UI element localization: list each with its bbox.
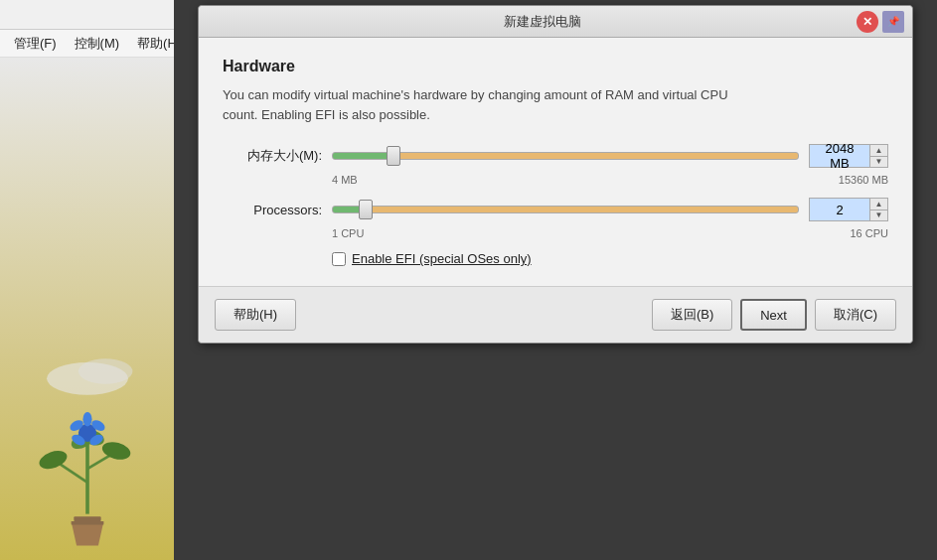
ram-value[interactable]: 2048 MB bbox=[810, 145, 869, 167]
sidebar-illustration bbox=[0, 58, 174, 560]
footer-right: 返回(B) Next 取消(C) bbox=[652, 299, 896, 331]
svg-marker-16 bbox=[71, 521, 103, 546]
ram-range-labels: 4 MB 15360 MB bbox=[332, 174, 888, 186]
menu-manage[interactable]: 管理(F) bbox=[6, 32, 65, 56]
ram-min-label: 4 MB bbox=[332, 174, 358, 186]
cpu-value[interactable]: 2 bbox=[810, 199, 869, 220]
efi-checkbox[interactable] bbox=[332, 252, 346, 266]
ram-decrement-button[interactable]: ▼ bbox=[869, 157, 887, 168]
efi-checkbox-row: Enable EFI (special OSes only) bbox=[332, 251, 888, 266]
cpu-spinbox[interactable]: 2 ▲ ▼ bbox=[809, 198, 888, 221]
plant-icon bbox=[28, 351, 147, 550]
dialog-footer: 帮助(H) 返回(B) Next 取消(C) bbox=[199, 286, 912, 343]
svg-line-4 bbox=[87, 456, 110, 470]
ram-increment-button[interactable]: ▲ bbox=[869, 145, 887, 157]
dialog-title-bar: 新建虚拟电脑 ✕ 📌 bbox=[199, 6, 912, 38]
section-title: Hardware bbox=[223, 58, 888, 75]
dialog-content: Hardware You can modify virtual machine'… bbox=[199, 38, 912, 286]
cpu-max-label: 16 CPU bbox=[850, 227, 888, 239]
svg-rect-15 bbox=[74, 516, 100, 521]
ram-slider-thumb[interactable] bbox=[387, 146, 400, 166]
efi-label-text: Enable EFI (special OSes only) bbox=[352, 251, 532, 266]
ram-max-label: 15360 MB bbox=[839, 174, 888, 186]
ram-spinbox[interactable]: 2048 MB ▲ ▼ bbox=[809, 144, 888, 168]
cpu-row: Processors: 2 ▲ ▼ bbox=[223, 198, 888, 221]
svg-line-3 bbox=[60, 465, 86, 483]
dialog-title: 新建虚拟电脑 bbox=[229, 13, 857, 31]
help-button[interactable]: 帮助(H) bbox=[215, 299, 296, 331]
ram-row: 内存大小(M): 2048 MB ▲ ▼ bbox=[223, 144, 888, 168]
sidebar bbox=[0, 58, 174, 560]
cancel-button[interactable]: 取消(C) bbox=[815, 299, 896, 331]
cpu-min-label: 1 CPU bbox=[332, 227, 364, 239]
svg-point-10 bbox=[82, 412, 91, 427]
ram-slider-track bbox=[332, 152, 799, 160]
cpu-range-labels: 1 CPU 16 CPU bbox=[332, 227, 888, 239]
next-button[interactable]: Next bbox=[740, 299, 807, 331]
cpu-slider-track bbox=[332, 206, 799, 213]
cpu-slider-container bbox=[332, 200, 799, 219]
section-description: You can modify virtual machine's hardwar… bbox=[223, 85, 888, 124]
cpu-slider-thumb[interactable] bbox=[359, 200, 373, 219]
efi-label[interactable]: Enable EFI (special OSes only) bbox=[352, 251, 532, 266]
ram-spinbox-buttons: ▲ ▼ bbox=[869, 145, 887, 167]
cpu-spinbox-buttons: ▲ ▼ bbox=[869, 199, 887, 220]
dialog-overlay: 新建虚拟电脑 ✕ 📌 Hardware You can modify virtu… bbox=[174, 0, 937, 560]
dialog-close-button[interactable]: ✕ bbox=[857, 11, 878, 33]
cpu-decrement-button[interactable]: ▼ bbox=[869, 210, 887, 221]
main-area: 新建虚拟电脑 ✕ 📌 Hardware You can modify virtu… bbox=[0, 58, 937, 560]
svg-rect-17 bbox=[71, 521, 103, 525]
dialog: 新建虚拟电脑 ✕ 📌 Hardware You can modify virtu… bbox=[198, 5, 913, 344]
ram-slider-container bbox=[332, 146, 799, 166]
menu-control[interactable]: 控制(M) bbox=[67, 32, 128, 56]
back-button[interactable]: 返回(B) bbox=[652, 299, 732, 331]
footer-left: 帮助(H) bbox=[215, 299, 296, 331]
ram-label: 内存大小(M): bbox=[223, 147, 322, 165]
cpu-increment-button[interactable]: ▲ bbox=[869, 199, 887, 210]
dialog-pin-icon: 📌 bbox=[882, 11, 904, 33]
cpu-label: Processors: bbox=[223, 203, 322, 217]
svg-point-1 bbox=[78, 358, 132, 383]
